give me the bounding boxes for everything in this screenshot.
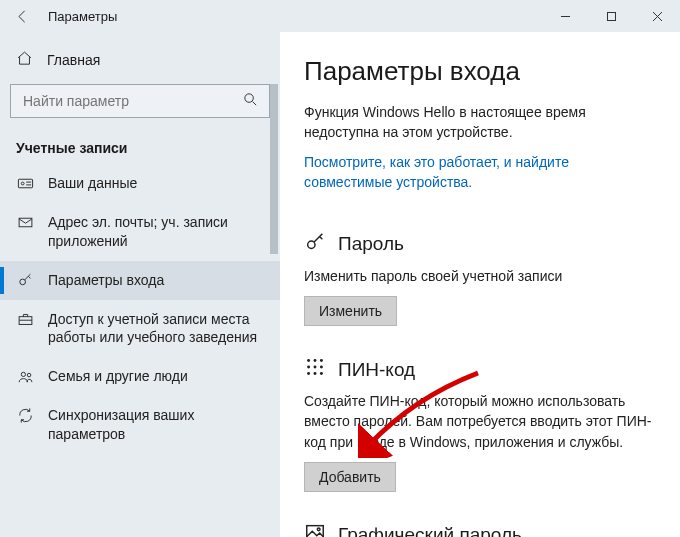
key-icon	[16, 272, 34, 289]
search-box[interactable]	[10, 84, 270, 118]
briefcase-icon	[16, 311, 34, 328]
sidebar-item-label: Семья и другие люди	[48, 367, 266, 386]
svg-point-16	[307, 372, 310, 375]
svg-point-17	[314, 372, 317, 375]
svg-rect-0	[607, 12, 615, 20]
svg-point-3	[21, 182, 24, 185]
password-heading: Пароль	[338, 233, 404, 255]
titlebar: Параметры	[0, 0, 680, 32]
picture-password-section-header: Графический пароль	[304, 522, 654, 537]
change-password-button[interactable]: Изменить	[304, 296, 397, 326]
search-icon	[242, 91, 259, 111]
sidebar-section-label: Учетные записи	[0, 134, 280, 164]
svg-point-8	[27, 374, 31, 378]
home-label: Главная	[47, 52, 100, 68]
add-pin-button[interactable]: Добавить	[304, 462, 396, 492]
page-title: Параметры входа	[304, 56, 654, 87]
svg-point-1	[245, 94, 254, 103]
maximize-button[interactable]	[588, 0, 634, 32]
pin-keypad-icon	[304, 356, 326, 383]
sync-icon	[16, 407, 34, 424]
sidebar-item-signin-options[interactable]: Параметры входа	[0, 261, 280, 300]
password-description: Изменить пароль своей учетной записи	[304, 266, 654, 286]
svg-point-10	[307, 359, 310, 362]
svg-point-13	[307, 366, 310, 369]
password-section-header: Пароль	[304, 231, 654, 258]
back-button[interactable]	[0, 0, 44, 32]
close-icon	[652, 11, 663, 22]
sidebar-item-sync[interactable]: Синхронизация ваших параметров	[0, 396, 280, 454]
sidebar-item-your-info[interactable]: Ваши данные	[0, 164, 280, 203]
close-button[interactable]	[634, 0, 680, 32]
sidebar-item-label: Адрес эл. почты; уч. записи приложений	[48, 213, 266, 251]
mail-icon	[16, 214, 34, 231]
svg-point-20	[317, 528, 320, 531]
svg-point-14	[314, 366, 317, 369]
hello-link[interactable]: Посмотрите, как это работает, и найдите …	[304, 152, 654, 193]
window-title: Параметры	[44, 9, 117, 24]
svg-point-12	[320, 359, 323, 362]
sidebar-item-label: Доступ к учетной записи места работы или…	[48, 310, 266, 348]
pin-heading: ПИН-код	[338, 359, 415, 381]
minimize-icon	[560, 11, 571, 22]
pin-section-header: ПИН-код	[304, 356, 654, 383]
svg-point-15	[320, 366, 323, 369]
people-icon	[16, 368, 34, 385]
id-card-icon	[16, 175, 34, 192]
svg-rect-19	[307, 526, 324, 537]
scrollbar-thumb[interactable]	[270, 84, 278, 254]
search-input[interactable]	[21, 92, 242, 110]
sidebar-item-email[interactable]: Адрес эл. почты; уч. записи приложений	[0, 203, 280, 261]
svg-rect-4	[19, 218, 32, 227]
arrow-left-icon	[14, 8, 31, 25]
sidebar: Главная Учетные записи Ваши данные Адрес…	[0, 32, 280, 537]
hello-description: Функция Windows Hello в настоящее время …	[304, 103, 654, 142]
home-icon	[16, 50, 33, 70]
minimize-button[interactable]	[542, 0, 588, 32]
svg-point-7	[21, 373, 25, 377]
svg-point-9	[308, 241, 315, 248]
sidebar-item-family[interactable]: Семья и другие люди	[0, 357, 280, 396]
sidebar-item-work-access[interactable]: Доступ к учетной записи места работы или…	[0, 300, 280, 358]
svg-point-11	[314, 359, 317, 362]
svg-point-18	[320, 372, 323, 375]
picture-icon	[304, 522, 326, 537]
content-area: Параметры входа Функция Windows Hello в …	[280, 32, 680, 537]
maximize-icon	[606, 11, 617, 22]
sidebar-scrollbar[interactable]	[270, 32, 278, 537]
svg-rect-2	[18, 179, 32, 188]
sidebar-item-label: Синхронизация ваших параметров	[48, 406, 266, 444]
sidebar-item-label: Параметры входа	[48, 271, 266, 290]
home-link[interactable]: Главная	[0, 44, 280, 84]
pin-description: Создайте ПИН-код, который можно использо…	[304, 391, 654, 452]
picture-password-heading: Графический пароль	[338, 524, 522, 537]
svg-point-5	[19, 279, 25, 285]
key-icon	[304, 231, 326, 258]
sidebar-item-label: Ваши данные	[48, 174, 266, 193]
